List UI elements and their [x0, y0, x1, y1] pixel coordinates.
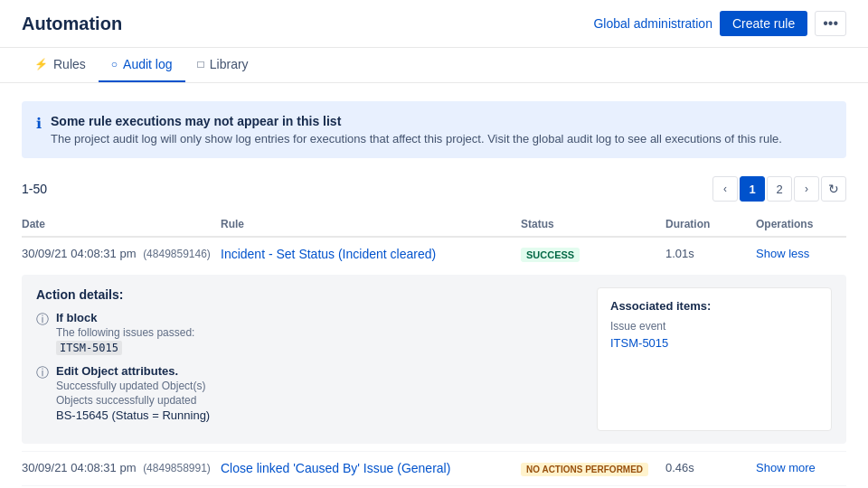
- edit-object-icon: ⓘ: [36, 365, 49, 381]
- refresh-button[interactable]: ↻: [821, 176, 846, 202]
- action-details-label: Action details:: [36, 287, 582, 302]
- row2-date: 30/09/21 04:08:31 pm (4849858991): [22, 461, 221, 474]
- table-row-1: 30/09/21 04:08:31 pm (4849859146) Incide…: [22, 238, 846, 271]
- create-rule-button[interactable]: Create rule: [720, 11, 807, 36]
- audit-log-icon: ○: [111, 58, 118, 70]
- if-block-item: ⓘ If block The following issues passed: …: [36, 311, 582, 355]
- if-block-issue: ITSM-5015: [56, 341, 122, 355]
- status-badge: NO ACTIONS PERFORMED: [521, 463, 648, 476]
- action-details-panel: Action details: ⓘ If block The following…: [22, 275, 846, 444]
- tab-library[interactable]: □ Library: [185, 48, 261, 82]
- col-date: Date: [22, 218, 221, 230]
- tab-audit-log[interactable]: ○ Audit log: [99, 48, 185, 82]
- edit-object-title: Edit Object attributes.: [56, 364, 178, 378]
- row1-date: 30/09/21 04:08:31 pm (4849859146): [22, 247, 221, 260]
- tabs-bar: ⚡ Rules ○ Audit log □ Library: [0, 48, 868, 83]
- global-admin-link[interactable]: Global administration: [593, 16, 712, 31]
- col-duration: Duration: [665, 218, 756, 230]
- row2-exec-id: (4849858991): [143, 462, 211, 474]
- col-operations: Operations: [756, 218, 846, 230]
- row2-rule[interactable]: Close linked 'Caused By' Issue (General): [221, 461, 521, 475]
- more-options-button[interactable]: •••: [815, 11, 846, 36]
- associated-items-panel: Associated items: Issue event ITSM-5015: [597, 287, 832, 431]
- library-icon: □: [198, 58, 204, 70]
- row2-duration: 0.46s: [665, 461, 756, 474]
- banner-title: Some rule executions may not appear in t…: [51, 114, 782, 128]
- edit-object-line1: Successfully updated Object(s): [56, 380, 210, 392]
- row2-status: NO ACTIONS PERFORMED: [521, 461, 665, 476]
- table-row: 30/09/21 04:08:31 pm (4849859146) Incide…: [22, 238, 846, 452]
- header: Automation Global administration Create …: [0, 0, 868, 83]
- row1-exec-id: (4849859146): [143, 248, 211, 260]
- row1-rule[interactable]: Incident - Set Status (Incident cleared): [221, 247, 521, 261]
- row1-status: SUCCESS: [521, 247, 665, 262]
- pagination-row: 1-50 ‹ 1 2 › ↻: [22, 176, 846, 202]
- row2-ops-button[interactable]: Show more: [756, 461, 846, 474]
- pagination-controls: ‹ 1 2 › ↻: [712, 176, 846, 202]
- col-status: Status: [521, 218, 665, 230]
- rules-icon: ⚡: [34, 58, 48, 70]
- if-block-icon: ⓘ: [36, 312, 49, 328]
- assoc-label: Issue event: [610, 320, 818, 333]
- status-badge: SUCCESS: [521, 248, 580, 262]
- info-banner: ℹ Some rule executions may not appear in…: [22, 101, 846, 158]
- page-1-button[interactable]: 1: [740, 176, 765, 202]
- tab-rules[interactable]: ⚡ Rules: [22, 48, 99, 82]
- table-row: 30/09/21 04:08:31 pm (4849858991) Close …: [22, 452, 846, 486]
- assoc-link[interactable]: ITSM-5015: [610, 336, 668, 350]
- if-block-title: If block: [56, 311, 98, 324]
- prev-page-button[interactable]: ‹: [712, 176, 738, 202]
- col-rule: Rule: [221, 218, 521, 230]
- table-header: Date Rule Status Duration Operations: [22, 212, 846, 238]
- table-row-2: 30/09/21 04:08:31 pm (4849858991) Close …: [22, 452, 846, 485]
- page-title: Automation: [22, 14, 122, 34]
- banner-description: The project audit log will only show log…: [51, 132, 782, 145]
- edit-object-line2: Objects successfully updated: [56, 394, 210, 407]
- table: Date Rule Status Duration Operations 30/…: [22, 212, 846, 488]
- main-content: ℹ Some rule executions may not appear in…: [0, 83, 868, 488]
- row1-ops-button[interactable]: Show less: [756, 247, 846, 260]
- next-page-button[interactable]: ›: [794, 176, 819, 202]
- if-block-line1: The following issues passed:: [56, 326, 194, 339]
- row1-duration: 1.01s: [665, 247, 756, 260]
- info-icon: ℹ: [36, 115, 42, 145]
- assoc-title: Associated items:: [610, 299, 818, 313]
- edit-object-item: ⓘ Edit Object attributes. Successfully u…: [36, 364, 582, 422]
- page-range: 1-50: [22, 182, 47, 196]
- page-2-button[interactable]: 2: [767, 176, 792, 202]
- edit-object-line3: BS-15645 (Status = Running): [56, 408, 210, 422]
